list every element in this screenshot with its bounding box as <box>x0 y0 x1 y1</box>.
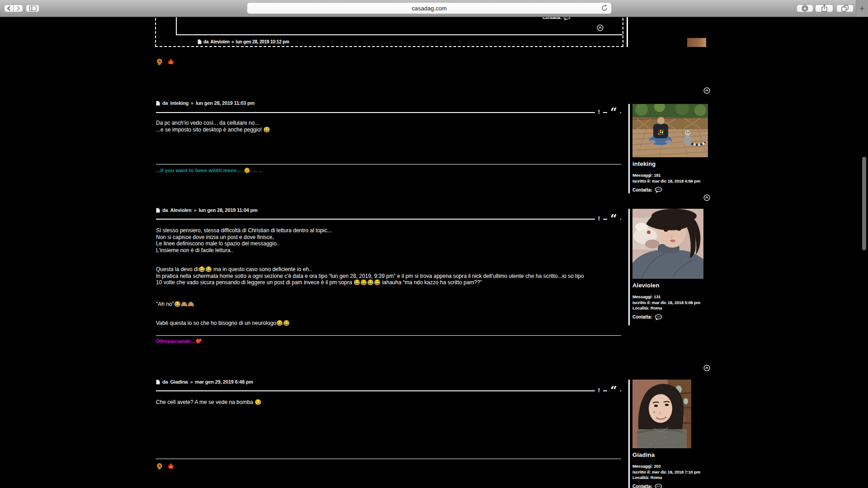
new-tab-button[interactable]: + <box>856 0 868 17</box>
post-header-rule: ! “ <box>156 390 621 391</box>
profile-stats: Messaggi: 181 Iscritto il: mar dic 18, 2… <box>632 173 711 184</box>
post-header-rule: ! “ <box>156 112 621 113</box>
signature-emoji-row: 🌻 🍁 <box>156 463 176 470</box>
attachment-image[interactable]: Contatta: da Aleviolen » lun gen 28, 201… <box>155 14 623 47</box>
post-date: lun gen 28, 2019 11:04 pm <box>198 207 257 213</box>
post-body: Vabé questa io so che ho bisogno di un n… <box>156 320 653 327</box>
embedded-profile-divider <box>627 14 628 47</box>
refresh-icon[interactable] <box>601 5 608 12</box>
post-header-rule: ! “ <box>156 219 621 220</box>
chat-bubble-icon[interactable] <box>655 483 662 488</box>
profile-contatta: Contatta: <box>632 483 711 488</box>
post-signature: Oltrepassando...❤️ <box>156 338 201 344</box>
sidebar-toggle-button[interactable] <box>26 5 39 12</box>
profile-username: Giadina <box>632 451 711 458</box>
embedded-avatar-fragment <box>687 38 706 47</box>
share-button[interactable] <box>815 5 833 12</box>
header-separator: » <box>194 207 197 213</box>
profile-username: Aleviolen <box>632 282 711 289</box>
post-date: mar gen 29, 2019 6:48 pm <box>195 379 253 385</box>
post-body: Sì stesso pensiero, stessa difficoltà di… <box>156 227 653 253</box>
post-header: da Giadina » mar gen 29, 2019 6:48 pm <box>156 379 621 385</box>
avatar[interactable] <box>632 104 708 157</box>
quote-post-icon[interactable]: “ <box>607 215 620 222</box>
signature-divider <box>156 164 621 164</box>
post-date: lun gen 28, 2019 11:03 pm <box>196 100 255 106</box>
profile-stats: Messaggi: 131 Iscritto il: mar dic 18, 2… <box>632 294 711 311</box>
forward-button[interactable] <box>14 5 23 12</box>
profile-contatta: Contatta: <box>632 314 711 320</box>
share-icon <box>821 5 828 12</box>
plus-icon: + <box>859 3 865 14</box>
tab-overview-button[interactable] <box>836 5 854 12</box>
post-author-link[interactable]: Aleviolen <box>170 207 191 213</box>
back-button[interactable] <box>4 5 14 12</box>
post-profile: Giadina Messaggi: 203 Iscritto il: mer d… <box>628 380 711 488</box>
scrollbar-thumb[interactable] <box>862 157 866 250</box>
post-body: Questa la devo dì😂😂 ma in questo caso so… <box>156 266 653 286</box>
post-profile: Aleviolen Messaggi: 131 Iscritto il: mar… <box>628 209 711 325</box>
report-post-icon[interactable]: ! <box>595 215 603 222</box>
embedded-post-header: da Aleviolen » lun gen 28, 2019 10:12 pm <box>198 39 289 44</box>
document-icon <box>156 380 160 385</box>
profile-username: inteking <box>632 160 711 167</box>
profile-contatta: Contatta: <box>632 187 711 193</box>
sidebar-icon <box>29 5 37 11</box>
back-to-top-icon[interactable] <box>703 87 710 94</box>
header-prefix: da <box>162 100 168 106</box>
downloads-button[interactable] <box>797 5 813 12</box>
post-signature: ...if you want to beee wiiith meee... .🌞… <box>156 167 262 174</box>
header-prefix: da <box>162 207 168 213</box>
chat-bubble-icon[interactable] <box>655 314 662 320</box>
avatar[interactable] <box>632 380 691 448</box>
browser-toolbar: casadag.com + <box>0 0 868 17</box>
quote-post-icon[interactable]: “ <box>607 108 620 116</box>
forum-page: Contatta: da Aleviolen » lun gen 28, 201… <box>0 17 868 488</box>
header-prefix: da <box>162 379 168 385</box>
header-separator: » <box>191 100 193 106</box>
signature-divider <box>156 335 621 336</box>
address-bar[interactable]: casadag.com <box>247 2 612 14</box>
document-icon <box>198 39 202 44</box>
quote-post-icon[interactable]: “ <box>607 387 620 394</box>
embedded-top-icon <box>597 24 604 31</box>
back-to-top-icon[interactable] <box>703 194 710 201</box>
avatar[interactable] <box>632 209 703 279</box>
profile-stats: Messaggi: 203 Iscritto il: mer dic 19, 2… <box>632 464 711 481</box>
chevron-right-icon <box>16 6 20 11</box>
chat-bubble-icon[interactable] <box>655 187 662 193</box>
post-author-link[interactable]: inteking <box>170 100 189 106</box>
document-icon <box>156 208 160 213</box>
header-separator: » <box>190 379 193 385</box>
signature-emoji-row: 🌻 🍁 <box>156 58 176 66</box>
post-header: da Aleviolen » lun gen 28, 2019 11:04 pm <box>156 207 621 213</box>
tabs-icon <box>841 5 849 12</box>
post-body: "Ah no"😂🙈🙈 <box>156 301 653 308</box>
back-to-top-icon[interactable] <box>703 365 710 371</box>
post-body: Da pc anch'io vedo così... da cellulare … <box>156 120 653 133</box>
post-profile: inteking Messaggi: 181 Iscritto il: mar … <box>628 104 711 193</box>
report-post-icon[interactable]: ! <box>595 387 603 394</box>
report-post-icon[interactable]: ! <box>595 108 603 115</box>
document-icon <box>156 101 160 106</box>
signature-divider <box>156 459 621 459</box>
chevron-left-icon <box>7 6 11 11</box>
url-text: casadag.com <box>412 5 447 12</box>
post-author-link[interactable]: Giadina <box>170 379 188 385</box>
download-icon <box>801 5 809 12</box>
post-body: Che cell avete? A me se vede na bomba 😏 <box>156 399 653 406</box>
post-header: da inteking » lun gen 28, 2019 11:03 pm <box>156 100 621 106</box>
